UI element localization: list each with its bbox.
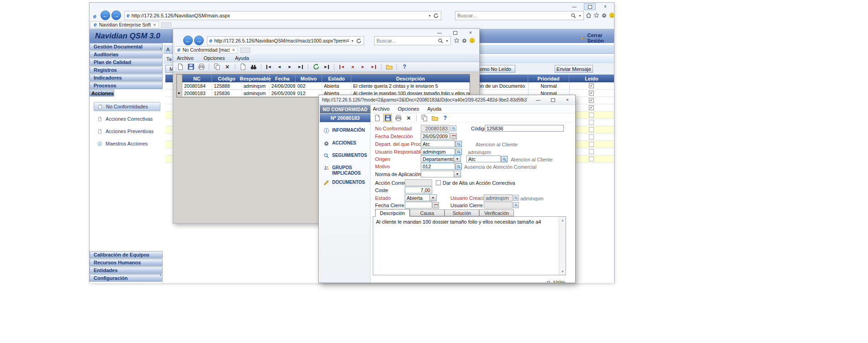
read-checkbox[interactable]	[589, 113, 594, 118]
description-textarea[interactable]: Al cliente le mandan 100 dossier tamaño …	[373, 216, 566, 275]
sidebar-subitem-no-conformidades[interactable]: No Conformidades	[94, 102, 160, 111]
search-icon[interactable]	[571, 13, 577, 19]
new-tab-button[interactable]	[161, 22, 171, 28]
read-checkbox[interactable]	[589, 134, 594, 139]
close-button[interactable]: ×	[599, 3, 611, 10]
forward-button[interactable]: →	[194, 36, 204, 45]
nav-item-acciones[interactable]: ACCIONES	[323, 140, 366, 146]
send-message-button[interactable]: Enviar Mensaje	[555, 65, 593, 73]
prev-page-button[interactable]: ◄	[348, 63, 357, 71]
estado-select[interactable]: Abierta▼	[405, 194, 437, 201]
read-checkbox[interactable]	[589, 156, 594, 161]
close-button[interactable]: ×	[561, 96, 573, 103]
forward-button[interactable]: →	[111, 11, 121, 20]
lookup-icon[interactable]	[455, 141, 462, 147]
export-button[interactable]	[420, 114, 429, 122]
menu-opciones[interactable]: Opciones	[398, 106, 419, 112]
column-codigo[interactable]: Código	[212, 75, 242, 82]
column-responsable[interactable]: Responsable	[242, 75, 270, 82]
address-bar[interactable]: e http://172.26.5.126/NavidianQSM/main.a…	[124, 11, 441, 20]
origen-value-field[interactable]: Atc	[466, 155, 501, 162]
record-lookup-icon[interactable]	[450, 125, 456, 131]
usuario-responsable-field[interactable]: adminqsm	[421, 148, 455, 155]
address-bar[interactable]: e http://172.26.5.126/NavidianQSM/mact/m…	[207, 36, 364, 45]
help-button[interactable]: ?	[400, 63, 409, 71]
first-record-button[interactable]: ◄	[265, 63, 273, 71]
tab-descripcion[interactable]: Descripción	[375, 209, 410, 217]
accion-correctiva-field[interactable]	[405, 179, 432, 186]
menu-ayuda[interactable]: Ayuda	[235, 55, 249, 61]
nav-item-seguimientos[interactable]: SEGUIMIENTOS	[323, 153, 366, 159]
column-estado[interactable]: Estado	[322, 75, 351, 82]
read-checkbox[interactable]	[589, 149, 594, 154]
read-checkbox[interactable]	[589, 142, 594, 147]
menu-archivo[interactable]: Archivo	[373, 106, 390, 112]
search-box[interactable]: Buscar... ▼	[455, 11, 584, 20]
nc-row[interactable]: 20080184 125888 adminqsm 24/06/2009 002 …	[177, 82, 470, 90]
delete-button[interactable]: ×	[223, 63, 232, 71]
next-record-button[interactable]: ►	[286, 63, 294, 71]
back-button[interactable]: ←	[101, 11, 110, 20]
export-button[interactable]	[238, 63, 247, 71]
home-icon[interactable]	[586, 12, 592, 18]
new-tab-button[interactable]	[240, 48, 250, 53]
attachments-button[interactable]	[430, 114, 439, 122]
sidebar-item-configuracion[interactable]: Configuración	[90, 274, 163, 282]
nav-item-informacion[interactable]: INFORMACIÓN	[323, 128, 366, 134]
favorites-star-icon[interactable]	[593, 12, 599, 18]
sidebar-item-gestion-documental[interactable]: Gestión Documental	[90, 43, 163, 50]
search-box[interactable]: Buscar... ▼	[374, 36, 451, 45]
scroll-up-icon[interactable]: ▲	[159, 47, 162, 50]
read-checkbox[interactable]: ✓	[589, 98, 594, 103]
restore-button[interactable]	[449, 29, 461, 36]
first-page-button[interactable]: ◄	[338, 63, 346, 71]
read-checkbox[interactable]: ✓	[589, 91, 594, 96]
sidebar-item-registros[interactable]: Registros	[90, 66, 163, 74]
codigo-field[interactable]: 125836	[485, 125, 564, 132]
read-checkbox[interactable]	[589, 127, 594, 132]
scroll-up-icon[interactable]: ▲	[559, 217, 566, 224]
column-motivo[interactable]: Motivo	[296, 75, 322, 82]
usuario-creacion-field[interactable]: adminqsm	[484, 194, 513, 201]
save-button[interactable]	[186, 63, 195, 71]
save-button[interactable]	[383, 114, 392, 122]
close-button[interactable]: ×	[465, 29, 476, 36]
no-conformidad-field[interactable]: 20080183	[421, 125, 450, 132]
column-fecha[interactable]: Fecha	[270, 75, 296, 82]
menu-archivo[interactable]: Archivo	[177, 55, 194, 61]
user-lookup-icon[interactable]	[513, 195, 519, 201]
scroll-down-icon[interactable]: ▼	[159, 273, 162, 277]
print-button[interactable]	[197, 63, 206, 71]
sidebar-item-plan-de-calidad[interactable]: Plan de Calidad	[90, 59, 163, 66]
calendar-icon[interactable]	[433, 202, 439, 209]
tab-close-icon[interactable]: ×	[153, 22, 156, 27]
feedback-smiley-icon[interactable]	[609, 12, 615, 18]
feedback-smiley-icon[interactable]	[469, 38, 475, 43]
sidebar-item-indicadores[interactable]: Indicadores	[90, 74, 163, 81]
column-prioridad[interactable]: Prioridad	[528, 75, 569, 82]
fecha-deteccion-field[interactable]: 26/05/2009	[421, 133, 450, 139]
menu-opciones[interactable]: Opciones	[204, 55, 225, 61]
refresh-button[interactable]	[312, 63, 320, 71]
copy-button[interactable]	[212, 63, 221, 71]
coste-field[interactable]: 7,00	[405, 187, 432, 193]
zoom-indicator[interactable]: 100%	[546, 280, 566, 283]
read-checkbox[interactable]: ✓	[589, 83, 594, 88]
favorites-star-icon[interactable]	[454, 38, 460, 43]
sidebar-subitem-acciones-preventivas[interactable]: Acciones Preventivas	[94, 127, 160, 136]
column-descripcion[interactable]: Descripción	[351, 75, 470, 82]
find-next-button[interactable]: ►	[322, 63, 331, 71]
tab-solucion[interactable]: Solución	[445, 209, 479, 216]
lookup-icon[interactable]	[455, 149, 462, 155]
folder-button[interactable]	[385, 63, 393, 71]
textarea-scrollbar[interactable]: ▲ ▼	[559, 217, 566, 275]
tab-verificacion[interactable]: Verificación	[479, 209, 514, 216]
alta-accion-checkbox[interactable]	[436, 180, 441, 185]
browser-tab[interactable]: e No Conformidad [mactz10... ×	[174, 46, 238, 54]
lookup-icon[interactable]	[455, 163, 462, 170]
search-dropdown-icon[interactable]: ▼	[578, 14, 582, 17]
url-dropdown-icon[interactable]: ▼	[351, 39, 354, 43]
motivo-field[interactable]: 012	[421, 163, 455, 170]
read-checkbox[interactable]	[589, 120, 594, 125]
minimize-button[interactable]: —	[568, 3, 580, 10]
